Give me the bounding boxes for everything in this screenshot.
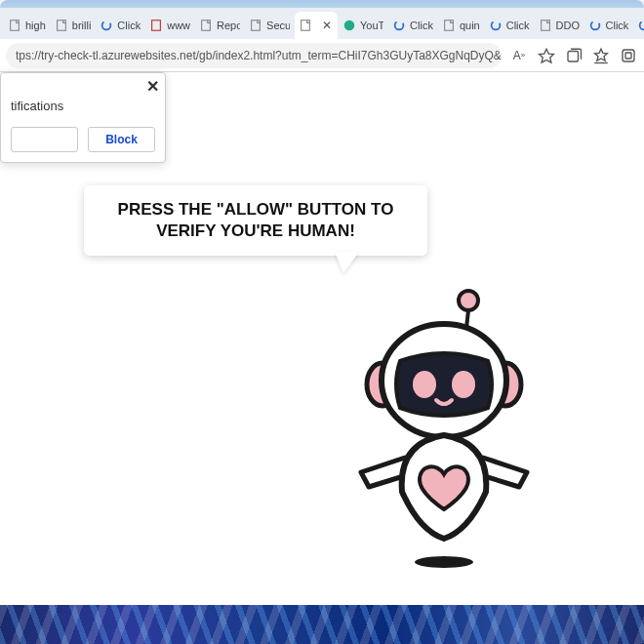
spinner-icon [588, 19, 602, 32]
spinner-icon [100, 19, 113, 32]
svg-point-7 [344, 20, 355, 31]
svg-point-26 [452, 371, 475, 398]
tab-label: Click [506, 20, 530, 31]
svg-rect-4 [202, 20, 211, 31]
favorite-star-icon[interactable] [537, 46, 556, 65]
svg-rect-6 [302, 20, 310, 31]
svg-rect-9 [445, 20, 454, 31]
tab-label: brilli [72, 20, 92, 31]
tab-4[interactable]: Repo [195, 12, 244, 39]
address-bar[interactable]: tps://try-check-tl.azurewebsites.net/gb/… [6, 43, 502, 68]
bubble-text: PRESS THE "ALLOW" BUTTON TO VERIFY YOU'R… [101, 199, 410, 242]
svg-rect-5 [252, 20, 261, 31]
svg-rect-15 [568, 51, 579, 61]
tab-3[interactable]: www [145, 12, 194, 39]
round-icon [342, 19, 356, 32]
tab-7[interactable]: YouT [339, 12, 387, 39]
url-text: tps://try-check-tl.azurewebsites.net/gb/… [16, 49, 502, 62]
tab-label: www [167, 20, 190, 31]
robot-image [322, 287, 546, 580]
spinner-icon [489, 19, 503, 32]
tab-0[interactable]: high [4, 12, 50, 39]
svg-rect-0 [11, 20, 20, 31]
allow-button[interactable] [11, 127, 78, 152]
svg-point-2 [102, 21, 111, 30]
svg-point-8 [395, 21, 404, 30]
svg-point-13 [640, 21, 644, 30]
tab-label: Repo [217, 20, 240, 31]
svg-point-12 [590, 21, 599, 30]
svg-point-10 [491, 21, 500, 30]
page-icon [249, 19, 262, 32]
tab-label: Click [117, 20, 141, 31]
address-bar-row: tps://try-check-tl.azurewebsites.net/gb/… [0, 39, 644, 72]
notification-text: tifications [11, 99, 155, 113]
svg-marker-16 [595, 49, 608, 60]
svg-rect-19 [625, 53, 631, 59]
tab-label: Secu [266, 20, 290, 31]
close-tab-icon[interactable]: ✕ [320, 19, 334, 32]
tab-label: YouT [360, 20, 383, 31]
svg-point-25 [413, 371, 436, 398]
tab-2[interactable]: Click [96, 12, 144, 39]
tab-10[interactable]: Click [485, 12, 534, 39]
svg-rect-3 [152, 20, 161, 31]
svg-marker-14 [540, 49, 554, 62]
window-titlebar [0, 0, 644, 8]
page-icon [299, 19, 312, 32]
app-icon[interactable] [619, 46, 638, 65]
notification-permission-prompt: ✕ tifications Block [0, 72, 166, 163]
page-icon [149, 19, 163, 32]
page-icon [55, 19, 68, 32]
tab-strip: high brilli Click www Repo Secu ✕ YouT C… [0, 8, 644, 39]
tab-5[interactable]: Secu [245, 12, 294, 39]
tab-label: Click [410, 20, 433, 31]
tab-8[interactable]: Click [388, 12, 437, 39]
tab-label: high [25, 20, 46, 31]
block-button[interactable]: Block [88, 127, 155, 152]
tab-active[interactable]: ✕ [295, 12, 338, 39]
favorites-bar-icon[interactable] [591, 46, 611, 65]
tab-12[interactable]: Click [584, 12, 633, 39]
tab-label: quin [460, 20, 480, 31]
collections-icon[interactable] [564, 46, 584, 65]
read-aloud-icon[interactable]: A» [509, 46, 529, 65]
svg-rect-1 [57, 20, 65, 31]
tab-13[interactable]: Click [633, 12, 644, 39]
page-content: ✕ tifications Block PRESS THE "ALLOW" BU… [0, 72, 644, 605]
block-label: Block [105, 133, 138, 146]
spinner-icon [392, 19, 406, 32]
spinner-icon [637, 19, 644, 32]
close-icon[interactable]: ✕ [146, 77, 159, 96]
svg-point-20 [459, 291, 478, 310]
svg-rect-11 [541, 20, 549, 31]
speech-bubble: PRESS THE "ALLOW" BUTTON TO VERIFY YOU'R… [84, 185, 427, 256]
tab-label: Click [606, 20, 629, 31]
tab-9[interactable]: quin [438, 12, 484, 39]
tab-label: DDO [556, 20, 580, 31]
svg-point-27 [415, 556, 473, 568]
page-icon [442, 19, 456, 32]
tab-1[interactable]: brilli [51, 12, 96, 39]
page-icon [199, 19, 213, 32]
svg-rect-18 [623, 50, 634, 61]
page-icon [8, 19, 21, 32]
windows-taskbar[interactable] [0, 605, 644, 644]
page-icon [539, 19, 552, 32]
tab-11[interactable]: DDO [535, 12, 584, 39]
